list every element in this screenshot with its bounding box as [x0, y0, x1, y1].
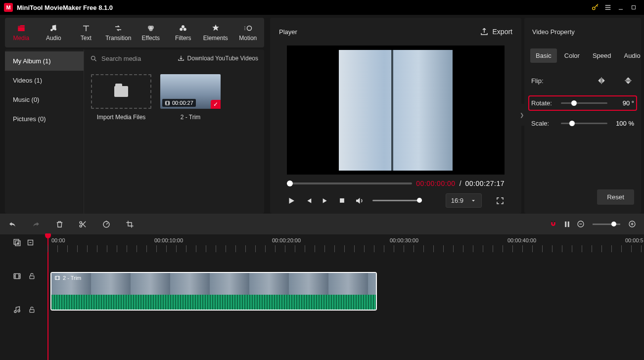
media-icon [16, 24, 26, 33]
import-thumb [91, 74, 151, 109]
sidebar-item-pictures[interactable]: Pictures (0) [5, 109, 84, 129]
clip-title: 2 - Trim [54, 275, 81, 281]
prop-tab-basic[interactable]: Basic [530, 48, 557, 63]
video-track-icon [13, 272, 21, 280]
next-frame-button[interactable] [322, 197, 329, 205]
sidebar-item-music[interactable]: Music (0) [5, 90, 84, 109]
svg-rect-29 [30, 275, 34, 278]
audio-track-icon [13, 306, 21, 314]
media-header: Search media Download YouTube Videos [84, 49, 264, 67]
tab-transition[interactable]: Transition [102, 24, 135, 42]
ribbon: Media Audio Text Transition [5, 18, 264, 47]
clip-duration-badge: 00:00:27 [162, 99, 196, 107]
svg-rect-21 [565, 221, 566, 226]
tab-effects[interactable]: Effects [135, 24, 167, 42]
svg-rect-33 [55, 276, 60, 280]
search-icon[interactable] [90, 55, 97, 62]
app-title: MiniTool MovieMaker Free 8.1.0 [17, 4, 113, 11]
zoom-slider[interactable] [593, 224, 620, 225]
reset-button[interactable]: Reset [597, 189, 634, 205]
prop-tab-audio[interactable]: Audio [618, 48, 644, 63]
clip-name: 2 - Trim [160, 114, 221, 121]
aspect-ratio-select[interactable]: 16:9 [446, 193, 482, 208]
tab-filters[interactable]: Filters [167, 24, 200, 42]
maximize-button[interactable] [627, 1, 640, 14]
player-panel: Player Export 00:00:00:00 / 00:00:27:17 [270, 18, 521, 214]
video-track-lock[interactable] [28, 272, 36, 280]
redo-button[interactable] [32, 220, 41, 228]
filters-icon [178, 24, 188, 33]
undo-button[interactable] [8, 220, 17, 228]
tab-elements-label: Elements [203, 35, 228, 42]
key-icon[interactable] [589, 1, 601, 14]
video-track-header [0, 256, 47, 296]
flip-row: Flip: [531, 75, 634, 87]
speed-button[interactable] [102, 220, 111, 228]
titlebar: M MiniTool MovieMaker Free 8.1.0 [0, 0, 644, 15]
svg-rect-12 [165, 101, 169, 104]
svg-rect-15 [625, 80, 632, 81]
prop-tab-speed[interactable]: Speed [587, 48, 617, 63]
play-button[interactable] [287, 196, 296, 205]
prop-tab-color[interactable]: Color [559, 48, 585, 63]
preview-area[interactable] [287, 45, 505, 175]
timeline-toolbar [0, 214, 644, 234]
svg-point-10 [247, 26, 252, 31]
remove-track-button[interactable] [26, 238, 35, 247]
minimize-button[interactable] [614, 1, 627, 14]
volume-slider[interactable] [372, 200, 422, 201]
crop-button[interactable] [126, 220, 134, 228]
svg-point-6 [149, 28, 153, 32]
add-track-button[interactable] [13, 238, 21, 247]
tab-media-label: Media [13, 35, 29, 42]
search-input[interactable]: Search media [101, 55, 141, 62]
svg-rect-32 [30, 309, 34, 312]
svg-point-0 [593, 7, 595, 9]
ruler-mark: 00:00:40:00 [507, 237, 536, 243]
split-button[interactable] [79, 220, 87, 228]
tab-motion[interactable]: Motion [232, 24, 265, 42]
audio-track-lock[interactable] [28, 306, 36, 314]
tab-elements[interactable]: Elements [199, 24, 232, 42]
auto-ripple-button[interactable] [563, 220, 571, 228]
volume-button[interactable] [355, 196, 364, 205]
tab-text[interactable]: Text [70, 24, 102, 42]
svg-point-7 [182, 25, 184, 28]
magnet-button[interactable] [549, 220, 557, 228]
track-body[interactable]: 2 - Trim [47, 256, 644, 360]
svg-point-9 [184, 28, 186, 31]
chevron-down-icon [470, 198, 476, 204]
media-clip-card[interactable]: 00:00:27 ✓ 2 - Trim [160, 74, 221, 121]
tab-effects-label: Effects [142, 35, 160, 42]
svg-point-3 [54, 28, 57, 31]
flip-vertical-button[interactable] [622, 75, 634, 87]
tab-audio[interactable]: Audio [38, 24, 70, 42]
flip-horizontal-button[interactable] [596, 75, 607, 87]
timeline-clip[interactable]: 2 - Trim [50, 272, 377, 311]
aspect-label: 16:9 [451, 197, 463, 204]
prev-frame-button[interactable] [305, 197, 313, 205]
timeline-ruler[interactable]: 00:00 00:00:10:00 00:00:20:00 00:00:30:0… [47, 234, 644, 256]
menu-icon[interactable] [601, 1, 614, 14]
svg-rect-19 [551, 221, 552, 222]
download-youtube-link[interactable]: Download YouTube Videos [178, 55, 258, 62]
scale-slider[interactable] [561, 123, 607, 124]
import-media-card[interactable]: Import Media Files [91, 74, 151, 121]
audio-track-header [0, 296, 47, 323]
current-time: 00:00:00:00 [416, 180, 455, 187]
preview-image [339, 50, 453, 171]
ruler-mark: 00:00:5 [625, 237, 644, 243]
panel-collapse-handle[interactable]: ❯ [519, 104, 524, 126]
zoom-in-button[interactable] [628, 220, 636, 228]
zoom-out-button[interactable] [577, 220, 585, 228]
export-button[interactable]: Export [480, 27, 512, 36]
seek-slider[interactable] [287, 182, 412, 184]
rotate-slider[interactable] [561, 102, 607, 104]
stop-button[interactable] [338, 197, 346, 204]
sidebar-item-myalbum[interactable]: My Album (1) [5, 51, 84, 71]
delete-button[interactable] [55, 220, 64, 228]
fullscreen-button[interactable] [496, 196, 505, 205]
tab-media[interactable]: Media [5, 24, 38, 42]
sidebar-item-videos[interactable]: Videos (1) [5, 71, 84, 90]
timeline-area: 00:00 00:00:10:00 00:00:20:00 00:00:30:0… [0, 214, 644, 360]
